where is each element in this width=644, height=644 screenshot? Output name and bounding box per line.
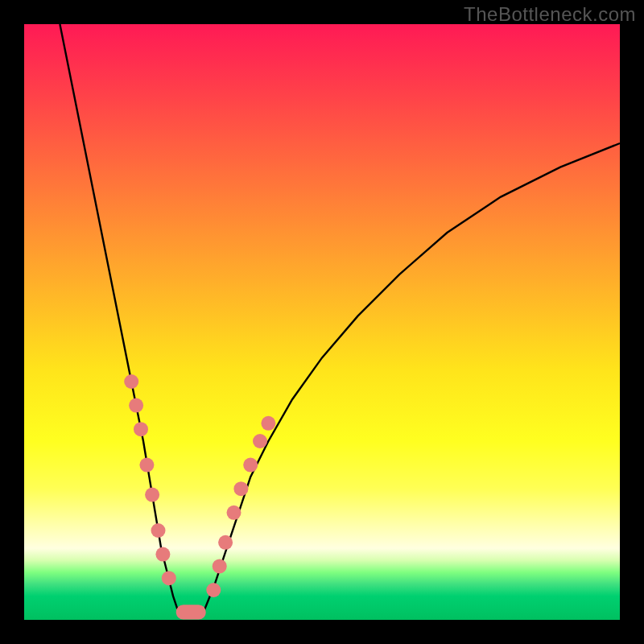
marker-right-2: [218, 535, 233, 550]
marker-left-3: [139, 458, 154, 473]
marker-right-1: [213, 559, 227, 573]
marker-right-4: [233, 481, 248, 496]
marker-left-0: [124, 374, 138, 389]
marker-left-1: [129, 398, 143, 413]
marker-right-3: [227, 506, 242, 520]
curve-right-branch: [203, 143, 620, 614]
marker-left-2: [134, 422, 148, 436]
marker-left-4: [145, 488, 159, 502]
marker-left-6: [155, 547, 170, 562]
chart-svg-overlay: [24, 24, 620, 620]
marker-group: [124, 374, 275, 620]
marker-right-0: [206, 583, 221, 597]
marker-left-7: [162, 571, 176, 585]
marker-right-5: [243, 458, 258, 473]
marker-left-5: [151, 523, 166, 538]
chart-frame: TheBottleneck.com: [0, 0, 644, 644]
watermark-text: TheBottleneck.com: [464, 3, 636, 26]
marker-right-6: [253, 434, 267, 448]
marker-right-7: [261, 416, 275, 431]
valley-bar: [176, 605, 206, 619]
curve-group: [60, 24, 620, 614]
